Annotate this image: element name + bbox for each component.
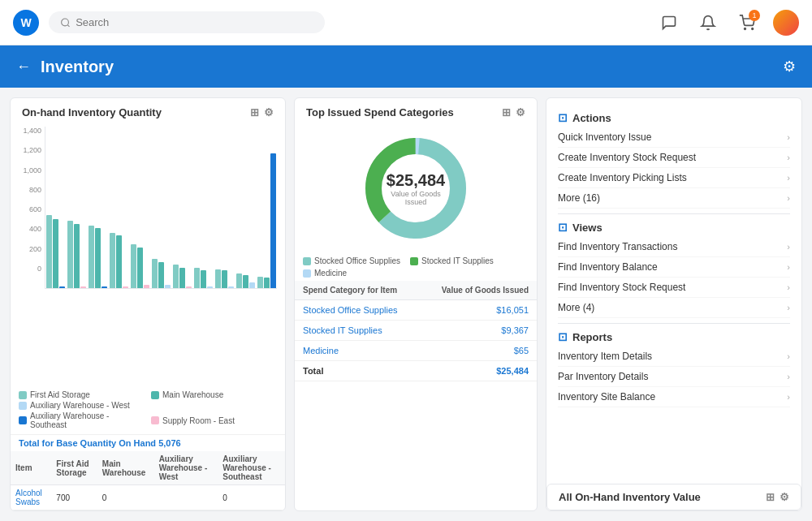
bar	[144, 285, 149, 288]
filter-icon[interactable]: ⊞	[250, 106, 259, 118]
bar-chart: 1,4001,2001,0008006004002000	[19, 127, 277, 289]
legend-main: Main Warehouse	[151, 390, 277, 399]
gear-icon[interactable]: ⚙	[780, 491, 789, 503]
bar	[173, 265, 179, 288]
legend-label: First Aid Storage	[30, 390, 90, 399]
gear-icon[interactable]: ⚙	[264, 106, 274, 118]
filter-icon[interactable]: ⊞	[766, 491, 775, 503]
donut-container: $25,484 Value of Goods Issued	[295, 123, 537, 253]
view-more[interactable]: More (4) ›	[558, 298, 790, 318]
mid-panel-icons: ⊞ ⚙	[502, 106, 525, 118]
spend-value: $16,051	[420, 300, 537, 321]
legend-empty	[151, 401, 277, 410]
logo[interactable]: W	[13, 10, 39, 36]
spend-name[interactable]: Medicine	[295, 341, 420, 361]
bar	[222, 270, 227, 288]
bar-group	[151, 259, 171, 288]
bar	[194, 268, 200, 288]
bar	[95, 228, 101, 288]
mini-table: Item First Aid Storage Main Warehouse Au…	[11, 451, 285, 510]
donut-label: Value of Goods Issued	[387, 190, 445, 206]
bar-group	[214, 269, 235, 288]
mid-legend: Stocked Office Supplies Stocked IT Suppl…	[295, 253, 537, 281]
notifications-button[interactable]	[695, 10, 721, 36]
messages-icon	[661, 15, 677, 31]
bar	[201, 270, 206, 288]
bar	[67, 221, 73, 288]
divider	[558, 213, 790, 214]
search-input[interactable]	[76, 16, 313, 28]
nav-icons: 1	[656, 10, 799, 36]
legend-label: Auxiliary Warehouse - Southeast	[30, 411, 145, 429]
filter-icon[interactable]: ⊞	[502, 106, 511, 118]
cart-button[interactable]: 1	[734, 10, 760, 36]
user-avatar[interactable]	[773, 10, 799, 36]
bar-group	[67, 221, 87, 288]
main-content: On-hand Inventory Quantity ⊞ ⚙ 1,4001,20…	[0, 88, 812, 521]
bar	[116, 235, 122, 288]
table-row: Alcohol Swabs 700 0 0	[11, 485, 285, 510]
bar	[228, 286, 234, 288]
spend-table: Spend Category for Item Value of Goods I…	[295, 281, 537, 381]
bottom-bar-label: All On-Hand Inventory Value	[559, 491, 701, 503]
gear-icon[interactable]: ⚙	[516, 106, 525, 118]
chevron-icon: ›	[787, 132, 790, 142]
chevron-icon: ›	[787, 193, 790, 203]
right-panel-inner: ⊡ Actions Quick Inventory Issue › Create…	[546, 98, 801, 414]
settings-icon[interactable]: ⚙	[783, 58, 796, 75]
report-site-balance[interactable]: Inventory Site Balance ›	[558, 387, 790, 407]
cart-badge: 1	[749, 10, 760, 21]
total-line: Total for Base Quantity On Hand 5,076	[11, 434, 285, 451]
spend-value: $65	[420, 341, 537, 361]
legend-aux-west: Auxiliary Warehouse - West	[19, 401, 145, 410]
bars-container	[45, 127, 277, 289]
left-panel-title: On-hand Inventory Quantity	[22, 106, 162, 118]
bar-chart-area: 1,4001,2001,0008006004002000	[11, 123, 285, 387]
bar	[165, 285, 171, 288]
chevron-icon: ›	[787, 392, 790, 402]
action-more[interactable]: More (16) ›	[558, 188, 790, 209]
bar	[236, 273, 242, 288]
bar-group	[88, 226, 108, 288]
messages-button[interactable]	[656, 10, 682, 36]
page-title: Inventory	[41, 58, 114, 76]
item-name[interactable]: Alcohol Swabs	[11, 485, 51, 510]
legend-medicine: Medicine	[303, 269, 347, 278]
spend-name[interactable]: Stocked IT Supplies	[295, 321, 420, 341]
chevron-icon: ›	[787, 262, 790, 272]
legend-it: Stocked IT Supplies	[410, 256, 494, 265]
bar	[249, 282, 255, 288]
svg-point-2	[745, 28, 746, 29]
legend-label: Auxiliary Warehouse - West	[30, 401, 130, 410]
spend-name[interactable]: Stocked Office Supplies	[295, 300, 420, 321]
bar	[80, 286, 86, 288]
bar	[186, 286, 192, 288]
mid-panel-header: Top Issued Spend Categories ⊞ ⚙	[295, 98, 537, 123]
chevron-icon: ›	[787, 351, 790, 361]
view-stock-request[interactable]: Find Inventory Stock Request ›	[558, 278, 790, 298]
search-bar[interactable]	[49, 11, 325, 33]
svg-point-3	[752, 28, 754, 29]
back-button[interactable]: ←	[16, 58, 31, 75]
bar	[152, 259, 158, 288]
view-balance[interactable]: Find Inventory Balance ›	[558, 257, 790, 278]
spend-name-total: Total	[295, 361, 420, 381]
legend-first-aid: First Aid Storage	[19, 390, 145, 399]
action-create-stock[interactable]: Create Inventory Stock Request ›	[558, 148, 790, 168]
spend-row-medicine: Medicine $65	[295, 341, 537, 361]
action-picking-lists[interactable]: Create Inventory Picking Lists ›	[558, 168, 790, 188]
bar-group	[257, 153, 277, 288]
chevron-icon: ›	[787, 153, 790, 162]
report-par-details[interactable]: Par Inventory Details ›	[558, 367, 790, 387]
legend-label: Medicine	[314, 269, 347, 278]
bar	[215, 269, 221, 288]
chevron-icon: ›	[787, 372, 790, 381]
action-quick-issue[interactable]: Quick Inventory Issue ›	[558, 127, 790, 148]
view-transactions[interactable]: Find Inventory Transactions ›	[558, 237, 790, 257]
report-item-details[interactable]: Inventory Item Details ›	[558, 347, 790, 367]
views-icon: ⊡	[558, 221, 568, 234]
spend-row-it: Stocked IT Supplies $9,367	[295, 321, 537, 341]
bar	[158, 262, 164, 288]
bar	[270, 153, 276, 288]
reports-title: Reports	[572, 331, 612, 343]
